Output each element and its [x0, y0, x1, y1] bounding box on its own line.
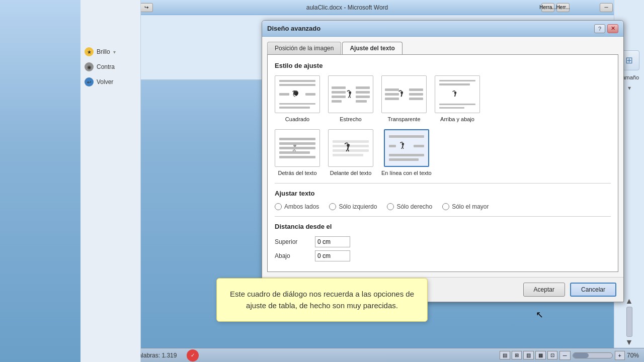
radio-derecho-label: Sólo derecho	[396, 203, 432, 210]
dialog-close-btn[interactable]: ✕	[607, 24, 618, 33]
dog-svg-1	[291, 88, 303, 101]
brillo-icon: ★	[85, 47, 94, 56]
estrecho-label: Estrecho	[340, 116, 361, 122]
detras-label: Detrás del texto	[278, 170, 316, 176]
brillo-dropdown[interactable]: ▾	[113, 49, 116, 55]
tooltip-text: Este cuadro de diálogo nos recuerda a la…	[230, 290, 414, 310]
left-panel-items: ★ Brillo ▾ ◉ Contra ↩ Volver	[80, 0, 140, 89]
status-icons: ▤ ⊞ ▥ ▦ ⊡ ─ + 70%	[500, 351, 639, 360]
zoom-slider[interactable]	[573, 352, 613, 358]
distance-row-superior: Superior	[275, 236, 611, 247]
wrap-icon-estrecho[interactable]	[328, 75, 373, 113]
ajustar-radio-group: Ambos lados Sólo izquierdo Sólo derecho …	[275, 203, 611, 210]
scrollbar-thumb[interactable]	[626, 307, 632, 337]
arribaabajo-label: Arriba y abajo	[440, 116, 474, 122]
dog-svg-4	[450, 88, 464, 101]
left-panel: ★ Brillo ▾ ◉ Contra ↩ Volver	[80, 0, 141, 362]
radio-izquierdo[interactable]: Sólo izquierdo	[329, 203, 377, 210]
radio-ambos-input[interactable]	[275, 203, 282, 210]
enlinea-label: En línea con el texto	[381, 170, 432, 176]
distancia-header: Distancia desde el	[275, 223, 611, 230]
volver-icon: ↩	[85, 77, 94, 86]
wrap-grid-row1: Cuadrado	[275, 75, 611, 122]
view-btn-1[interactable]: ▤	[500, 351, 510, 359]
dialog-help-btn[interactable]: ?	[594, 24, 605, 33]
delante-dog	[343, 140, 358, 156]
wrap-item-transparente[interactable]: Transparente	[381, 75, 427, 122]
detras-lines	[279, 134, 315, 162]
dog-svg-6	[343, 140, 358, 155]
superior-input[interactable]	[315, 236, 350, 247]
superior-label: Superior	[275, 238, 305, 245]
view-buttons: ▤ ⊞ ▥ ▦ ⊡	[500, 351, 557, 359]
wrap-item-delante[interactable]: Delante del texto	[328, 129, 373, 176]
dialog-title: Diseño avanzado	[267, 25, 320, 32]
wrap-icon-enlinea[interactable]	[384, 129, 429, 167]
dog-svg-7	[398, 140, 412, 152]
dialog-tabs: Posición de la imagen Ajuste del texto	[267, 42, 618, 54]
radio-ambos[interactable]: Ambos lados	[275, 203, 319, 210]
aa-line3	[439, 104, 475, 105]
wrap-item-cuadrado[interactable]: Cuadrado	[275, 75, 320, 122]
wrap-item-enlinea[interactable]: En línea con el texto	[381, 129, 432, 176]
wrap-icon-cuadrado[interactable]	[275, 75, 320, 113]
minimize-btn[interactable]: ─	[600, 3, 613, 12]
line5	[279, 107, 310, 109]
wrap-item-arribaabajo[interactable]: Arriba y abajo	[435, 75, 480, 122]
aceptar-btn[interactable]: Aceptar	[523, 283, 565, 297]
abajo-input[interactable]	[315, 250, 350, 261]
redo-btn[interactable]: ↪	[140, 3, 153, 12]
transparente-label: Transparente	[387, 116, 420, 122]
scroll-down-btn[interactable]: ▼	[625, 338, 633, 347]
wrap-icon-transparente[interactable]	[381, 75, 427, 113]
view-btn-5[interactable]: ⊡	[547, 351, 557, 359]
radio-derecho-input[interactable]	[387, 203, 394, 210]
zoom-in-btn[interactable]: +	[615, 351, 625, 360]
tamanio-arrow[interactable]: ▾	[628, 84, 631, 92]
radio-izquierdo-input[interactable]	[329, 203, 336, 210]
word-titlebar: W 💾 ↩ ▾ ↪ aulaClic.docx - Microsoft Word…	[80, 0, 644, 15]
wrap-icon-detras[interactable]	[275, 129, 320, 167]
distance-row-abajo: Abajo	[275, 250, 611, 261]
left-panel-item-volver[interactable]: ↩ Volver	[80, 74, 140, 89]
tab-posicion[interactable]: Posición de la imagen	[267, 42, 341, 54]
estrecho-right-lines	[356, 80, 370, 109]
herra-btn-2[interactable]: Herr...	[556, 3, 570, 12]
cancelar-btn[interactable]: Cancelar	[570, 283, 616, 297]
radio-mayor-label: Sólo el mayor	[452, 203, 489, 210]
aa-line4	[439, 107, 464, 109]
radio-ambos-label: Ambos lados	[284, 203, 319, 210]
aa-line1	[439, 80, 475, 81]
contra-icon: ◉	[85, 62, 94, 71]
view-btn-4[interactable]: ▦	[535, 351, 546, 359]
tab-ajuste[interactable]: Ajuste del texto	[342, 42, 402, 54]
arribaabajo-lines	[439, 80, 475, 109]
zoom-out-btn[interactable]: ─	[559, 351, 571, 360]
statusbar: Página: 1 de 4 Palabras: 1.319 ✓ ▤ ⊞ ▥ ▦…	[80, 348, 644, 362]
radio-mayor[interactable]: Sólo el mayor	[442, 203, 489, 210]
left-panel-item-brillo[interactable]: ★ Brillo ▾	[80, 44, 140, 59]
wrap-icon-delante[interactable]	[328, 129, 373, 167]
dialog-title-controls: ? ✕	[594, 24, 618, 33]
wrap-item-estrecho[interactable]: Estrecho	[328, 75, 373, 122]
zoom-controls: ─ + 70%	[559, 351, 639, 360]
cuadrado-lines	[279, 80, 315, 109]
zoom-level: 70%	[627, 352, 639, 359]
herra-btn-1[interactable]: Herra...	[541, 3, 554, 12]
radio-derecho[interactable]: Sólo derecho	[387, 203, 432, 210]
mouse-cursor: ↖	[536, 309, 543, 320]
wrap-item-detras[interactable]: Detrás del texto	[275, 129, 320, 176]
zoom-slider-fill	[573, 353, 589, 358]
wrap-icon-arribaabajo[interactable]	[435, 75, 480, 113]
line2	[279, 84, 315, 86]
dialog-diseno-avanzado: Diseño avanzado ? ✕ Posición de la image…	[262, 20, 624, 302]
scroll-up-btn[interactable]: ▲	[625, 297, 633, 306]
wrap-grid-row2: Detrás del texto	[275, 129, 611, 176]
tab-content-ajuste: Estilo de ajuste	[267, 54, 618, 272]
radio-mayor-input[interactable]	[442, 203, 449, 210]
left-panel-item-contra[interactable]: ◉ Contra	[80, 59, 140, 74]
view-btn-3[interactable]: ▥	[523, 351, 534, 359]
spell-check-icon[interactable]: ✓	[187, 349, 199, 361]
view-btn-2[interactable]: ⊞	[512, 351, 522, 359]
estrecho-left-lines	[332, 80, 346, 109]
